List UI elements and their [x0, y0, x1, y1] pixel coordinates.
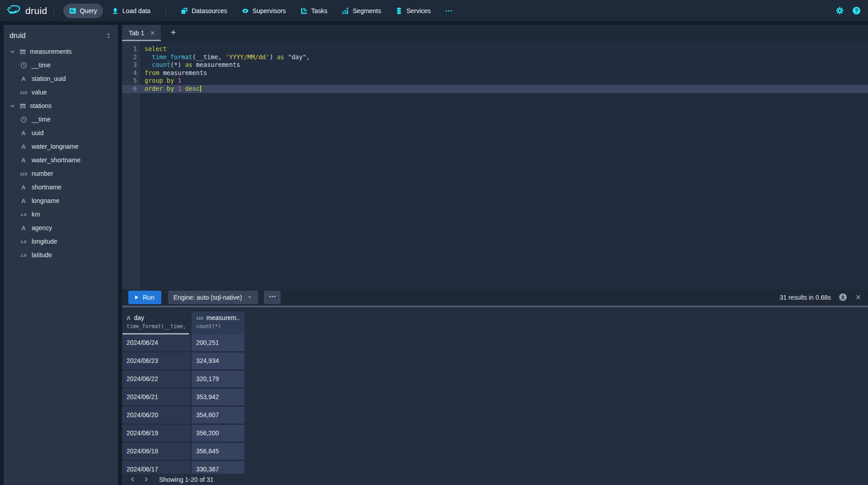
float-type-icon: 1.0 — [19, 239, 28, 244]
code-line-6[interactable]: 6order by 1 desc — [122, 85, 868, 93]
column-header-day[interactable]: A day time_format(__time, … — [122, 312, 190, 334]
cell-measurements[interactable]: 324,934 — [192, 353, 244, 369]
cell-day[interactable]: 2024/06/23 — [122, 353, 190, 369]
results-footer: Showing 1-20 of 31 — [122, 474, 868, 485]
new-tab-button[interactable] — [165, 25, 181, 41]
segments-icon — [342, 7, 349, 14]
help-button[interactable]: ? — [852, 6, 861, 15]
table-item-stations[interactable]: stations — [4, 99, 118, 113]
nav-item-load-data[interactable]: Load data — [106, 4, 156, 18]
cell-measurements[interactable]: 354,807 — [192, 407, 244, 424]
table-row: 2024/06/23324,934 — [122, 353, 868, 369]
code-text: group by 1 — [137, 77, 181, 85]
schema-selector[interactable]: druid — [4, 25, 118, 45]
cell-measurements[interactable]: 353,942 — [192, 389, 244, 405]
column-item-__time[interactable]: __time — [4, 58, 118, 72]
string-type-icon: A — [19, 75, 28, 82]
more-icon — [445, 7, 452, 14]
column-item-water_shortname[interactable]: Awater_shortname — [4, 153, 118, 167]
column-item-latitude[interactable]: 1.0latitude — [4, 248, 118, 262]
column-item-longname[interactable]: Alongname — [4, 194, 118, 207]
table-row: 2024/06/21353,942 — [122, 389, 868, 405]
next-page-button[interactable] — [139, 474, 153, 485]
code-line-4[interactable]: 4from measurements — [122, 69, 868, 77]
code-text: count(*) as measurements — [137, 61, 240, 69]
column-item-shortname[interactable]: Ashortname — [4, 180, 118, 194]
run-button-label: Run — [143, 294, 155, 301]
column-item-value[interactable]: 123value — [4, 85, 118, 99]
column-label: longitude — [32, 238, 57, 245]
sql-editor[interactable]: 1select2 time_format(__time, 'YYYY/MM/dd… — [122, 41, 868, 289]
cell-day[interactable]: 2024/06/19 — [122, 425, 190, 442]
column-item-__time[interactable]: __time — [4, 113, 118, 126]
download-icon — [839, 293, 847, 301]
column-item-number[interactable]: 123number — [4, 167, 118, 180]
code-line-3[interactable]: 3 count(*) as measurements — [122, 61, 868, 69]
cell-measurements[interactable]: 330,387 — [192, 461, 244, 474]
cell-day[interactable]: 2024/06/24 — [122, 334, 190, 351]
cell-day[interactable]: 2024/06/17 — [122, 461, 190, 474]
cell-day[interactable]: 2024/06/18 — [122, 443, 190, 460]
schema-tree: measurements__timeAstation_uuid123values… — [4, 45, 118, 262]
nav-item-datasources[interactable]: Datasources — [175, 4, 233, 18]
column-item-water_longname[interactable]: Awater_longname — [4, 140, 118, 153]
plus-icon — [170, 29, 177, 38]
download-results-button[interactable] — [839, 293, 847, 301]
cell-measurements[interactable]: 356,845 — [192, 443, 244, 460]
nav-item-label: Supervisors — [253, 7, 286, 14]
nav-item-label: Segments — [352, 7, 381, 14]
druid-logo[interactable]: druid — [6, 5, 47, 17]
code-line-5[interactable]: 5group by 1 — [122, 77, 868, 85]
nav-item-services[interactable]: Services — [389, 4, 436, 18]
top-navbar: druid QueryLoad dataDatasourcesSuperviso… — [0, 0, 868, 21]
column-item-km[interactable]: 1.0km — [4, 207, 118, 221]
column-item-agency[interactable]: Aagency — [4, 221, 118, 235]
column-label: station_uuid — [32, 75, 66, 82]
engine-selector-label: Engine: auto (sql-native) — [174, 294, 242, 301]
run-more-button[interactable] — [264, 291, 281, 304]
column-item-uuid[interactable]: Auuid — [4, 126, 118, 140]
cell-day[interactable]: 2024/06/21 — [122, 389, 190, 405]
table-row: 2024/06/22320,179 — [122, 371, 868, 387]
datasources-icon — [181, 7, 188, 14]
nav-item-query[interactable]: Query — [63, 4, 103, 18]
code-line-1[interactable]: 1select — [122, 45, 868, 53]
close-results-button[interactable] — [855, 294, 862, 301]
column-name: measurem... — [206, 314, 240, 321]
table-icon — [19, 103, 26, 109]
cell-measurements[interactable]: 320,179 — [192, 371, 244, 387]
caret-down-icon — [247, 294, 253, 300]
supervisors-icon — [242, 7, 249, 14]
column-item-station_uuid[interactable]: Astation_uuid — [4, 72, 118, 85]
column-label: km — [32, 211, 40, 218]
engine-selector-button[interactable]: Engine: auto (sql-native) — [168, 291, 258, 304]
run-button[interactable]: Run — [128, 291, 161, 304]
nav-item-label: Query — [80, 7, 97, 14]
code-text: select — [137, 45, 167, 53]
string-type-icon: A — [19, 225, 28, 231]
settings-button[interactable] — [835, 6, 844, 15]
main-nav: QueryLoad dataDatasourcesSupervisorsTask… — [47, 4, 458, 18]
column-label: water_shortname — [32, 156, 80, 164]
cell-measurements[interactable]: 200,251 — [192, 334, 244, 351]
table-item-measurements[interactable]: measurements — [4, 45, 118, 58]
code-line-2[interactable]: 2 time_format(__time, 'YYYY/MM/dd') as "… — [122, 53, 868, 61]
cell-day[interactable]: 2024/06/22 — [122, 371, 190, 387]
cell-day[interactable]: 2024/06/20 — [122, 407, 190, 424]
nav-item-more-menu[interactable] — [439, 4, 458, 18]
results-body: 2024/06/24200,2512024/06/23324,9342024/0… — [122, 334, 868, 474]
nav-item-segments[interactable]: Segments — [336, 4, 387, 18]
long-type-icon: 123 — [19, 90, 28, 95]
column-label: number — [32, 170, 53, 177]
text-cursor — [200, 85, 201, 92]
column-item-longitude[interactable]: 1.0longitude — [4, 235, 118, 248]
close-tab-icon[interactable] — [150, 30, 155, 36]
nav-item-tasks[interactable]: Tasks — [295, 4, 333, 18]
services-icon — [395, 7, 403, 14]
prev-page-button[interactable] — [126, 474, 139, 485]
nav-item-supervisors[interactable]: Supervisors — [236, 4, 292, 18]
cell-measurements[interactable]: 356,200 — [192, 425, 244, 442]
tab-1[interactable]: Tab 1 — [122, 25, 161, 41]
navbar-right: ? — [835, 6, 861, 15]
column-header-measurements[interactable]: 123 measurem... count(*) — [192, 312, 244, 334]
